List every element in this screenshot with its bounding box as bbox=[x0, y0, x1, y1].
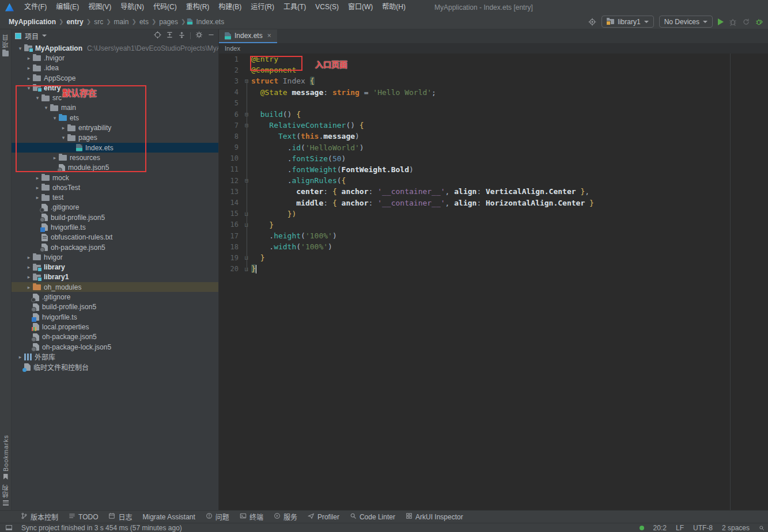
tree-row[interactable]: ▸oh_modules bbox=[12, 282, 218, 292]
line-number[interactable]: 11 bbox=[219, 165, 242, 173]
line-number[interactable]: 6 bbox=[219, 111, 242, 119]
line-number[interactable]: 4 bbox=[219, 88, 242, 96]
line-number[interactable]: 16 bbox=[219, 221, 242, 229]
line-number[interactable]: 14 bbox=[219, 199, 242, 207]
chevron-right-icon[interactable]: ▸ bbox=[25, 264, 33, 270]
line-number[interactable]: 5 bbox=[219, 99, 242, 107]
tree-row[interactable]: build-profile.json5 bbox=[12, 212, 218, 222]
code-line[interactable]: 19⊔ } bbox=[219, 252, 768, 263]
code-line[interactable]: 12⊟ .alignRules({ bbox=[219, 175, 768, 186]
tree-row[interactable]: ▾ets bbox=[12, 113, 218, 123]
line-number[interactable]: 13 bbox=[219, 188, 242, 196]
code-line[interactable]: 2@Component bbox=[219, 64, 768, 75]
menu-item[interactable]: 运行(R) bbox=[246, 0, 279, 14]
line-number[interactable]: 8 bbox=[219, 132, 242, 140]
tree-row[interactable]: ▸.hvigor bbox=[12, 53, 218, 63]
code-line[interactable]: 17 .height('100%') bbox=[219, 230, 768, 241]
line-ending-widget[interactable]: LF bbox=[676, 524, 684, 532]
tree-row[interactable]: .gitignore bbox=[12, 292, 218, 302]
code-line[interactable]: 6⊟ build() { bbox=[219, 109, 768, 120]
tree-row[interactable]: ▸test bbox=[12, 192, 218, 202]
menu-item[interactable]: 重构(R) bbox=[181, 0, 214, 14]
target-icon[interactable] bbox=[588, 18, 596, 26]
line-number[interactable]: 20 bbox=[219, 265, 242, 273]
tree-row[interactable]: ▾MyApplicationC:\Users\yeah1\DevEcoStudi… bbox=[12, 43, 218, 53]
tree-row[interactable]: hvigorfile.ts bbox=[12, 312, 218, 322]
tree-row[interactable]: ▸library1 bbox=[12, 272, 218, 282]
tool-window-toggle-icon[interactable] bbox=[6, 525, 12, 530]
chevron-down-icon[interactable] bbox=[42, 35, 47, 37]
tree-row[interactable]: oh-package-lock.json5 bbox=[12, 342, 218, 352]
line-number[interactable]: 1 bbox=[219, 55, 242, 63]
tree-row[interactable]: ▾entry bbox=[12, 83, 218, 93]
tree-row[interactable]: build-profile.json5 bbox=[12, 302, 218, 312]
code-line[interactable]: 1@Entry bbox=[219, 54, 768, 64]
device-selector[interactable]: No Devices bbox=[659, 16, 713, 28]
tool-strip-tab-project[interactable]: 项目 bbox=[1, 32, 10, 59]
tree-row[interactable]: local.properties bbox=[12, 322, 218, 332]
tree-row[interactable]: ▾src bbox=[12, 93, 218, 102]
chevron-right-icon[interactable]: ▸ bbox=[33, 195, 41, 200]
breadcrumb-item[interactable]: entry bbox=[65, 18, 85, 26]
tree-row[interactable]: ▸mock bbox=[12, 173, 218, 183]
close-icon[interactable]: × bbox=[267, 32, 271, 40]
debug-button[interactable] bbox=[729, 18, 737, 26]
tree-row[interactable]: hvigorfile.ts bbox=[12, 222, 218, 232]
menu-item[interactable]: 代码(C) bbox=[149, 0, 181, 14]
tool-window-button[interactable]: 日志 bbox=[108, 512, 132, 522]
line-number[interactable]: 19 bbox=[219, 254, 242, 262]
tool-window-button[interactable]: 问题 bbox=[206, 512, 229, 522]
chevron-right-icon[interactable]: ▸ bbox=[51, 155, 59, 161]
editor-tab-index[interactable]: Index.ets × bbox=[219, 29, 277, 43]
tool-strip-tab-structure[interactable]: 结构 bbox=[1, 482, 10, 508]
chevron-down-icon[interactable]: ▾ bbox=[42, 105, 50, 111]
code-line[interactable]: 5 bbox=[219, 98, 768, 109]
line-number[interactable]: 17 bbox=[219, 232, 242, 240]
chevron-down-icon[interactable]: ▾ bbox=[59, 135, 67, 140]
hide-panel-icon[interactable] bbox=[207, 31, 215, 40]
profile-button[interactable] bbox=[742, 18, 750, 26]
line-number[interactable]: 12 bbox=[219, 177, 242, 185]
tree-row[interactable]: ▸entryability bbox=[12, 123, 218, 132]
code-line[interactable]: 18 .width('100%') bbox=[219, 241, 768, 252]
menu-item[interactable]: 工具(T) bbox=[279, 0, 311, 14]
tree-row[interactable]: 临时文件和控制台 bbox=[12, 362, 218, 372]
menu-item[interactable]: 窗口(W) bbox=[343, 0, 377, 14]
chevron-right-icon[interactable]: ▸ bbox=[59, 125, 67, 131]
tree-row[interactable]: ▾main bbox=[12, 103, 218, 113]
tool-window-button[interactable]: Migrate Assistant bbox=[142, 513, 195, 521]
tree-row[interactable]: oh-package.json5 bbox=[12, 242, 218, 252]
chevron-down-icon[interactable]: ▾ bbox=[51, 115, 59, 121]
menu-item[interactable]: 编辑(E) bbox=[51, 0, 84, 14]
code-line[interactable]: 16⊔ } bbox=[219, 219, 768, 230]
expand-all-icon[interactable] bbox=[166, 31, 173, 40]
chevron-right-icon[interactable]: ▸ bbox=[33, 185, 41, 191]
tool-window-button[interactable]: Code Linter bbox=[350, 512, 395, 521]
chevron-right-icon[interactable]: ▸ bbox=[25, 284, 33, 290]
chevron-down-icon[interactable]: ▾ bbox=[25, 85, 33, 91]
line-number[interactable]: 18 bbox=[219, 243, 242, 251]
code-editor[interactable]: 1@Entry2@Component3⊟struct Index {4 @Sta… bbox=[219, 54, 768, 510]
code-line[interactable]: 7⊟ RelativeContainer() { bbox=[219, 120, 768, 131]
chevron-down-icon[interactable]: ▾ bbox=[33, 95, 41, 101]
tool-strip-tab-bookmarks[interactable]: Bookmarks bbox=[2, 432, 9, 482]
tree-row[interactable]: oh-package.json5 bbox=[12, 332, 218, 342]
menu-item[interactable]: VCS(S) bbox=[311, 0, 343, 14]
indent-widget[interactable]: 2 spaces bbox=[722, 524, 750, 532]
code-line[interactable]: 15⊔ }) bbox=[219, 208, 768, 219]
chevron-right-icon[interactable]: ▸ bbox=[25, 274, 33, 280]
attach-debugger-button[interactable] bbox=[755, 18, 763, 26]
code-line[interactable]: 13 center: { anchor: '__container__', al… bbox=[219, 186, 768, 197]
tree-row[interactable]: ▸.idea bbox=[12, 63, 218, 73]
line-number[interactable]: 3 bbox=[219, 77, 242, 85]
chevron-right-icon[interactable]: ▸ bbox=[25, 65, 33, 71]
tree-row[interactable]: .gitignore bbox=[12, 203, 218, 212]
code-line[interactable]: 9 .id('HelloWorld') bbox=[219, 142, 768, 153]
caret-position-widget[interactable]: 20:2 bbox=[653, 524, 667, 532]
code-line[interactable]: 8 Text(this.message) bbox=[219, 131, 768, 142]
tree-row[interactable]: ▸library bbox=[12, 263, 218, 272]
tool-window-button[interactable]: ArkUI Inspector bbox=[406, 512, 463, 521]
menu-item[interactable]: 文件(F) bbox=[20, 0, 51, 14]
code-line[interactable]: 10 .fontSize(50) bbox=[219, 153, 768, 164]
tool-window-button[interactable]: 终端 bbox=[240, 512, 263, 522]
